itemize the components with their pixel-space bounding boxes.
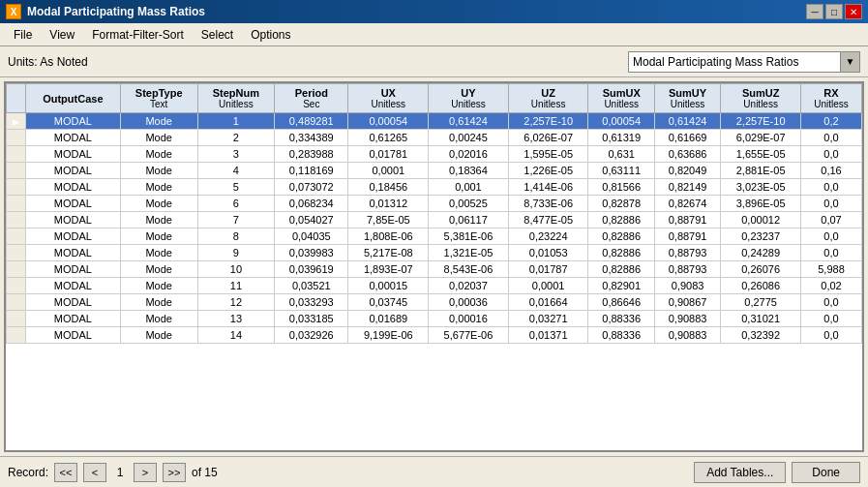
table-cell: Mode (120, 228, 197, 245)
table-scroll[interactable]: OutputCase StepType Text StepNum Unitles… (6, 83, 862, 450)
table-cell: MODAL (26, 146, 121, 163)
table-cell: 0,88336 (588, 311, 654, 327)
table-row: MODALMode50,0730720,184560,0011,414E-060… (7, 179, 862, 196)
table-cell: 0,26076 (721, 261, 801, 278)
dropdown-container: ▼ (628, 51, 860, 73)
menu-options[interactable]: Options (243, 26, 298, 44)
col-header-sumuy: SumUY Unitless (654, 84, 720, 113)
table-cell: 0,01664 (508, 294, 588, 311)
table-cell: 0,86646 (588, 294, 654, 311)
table-wrapper: OutputCase StepType Text StepNum Unitles… (4, 81, 864, 452)
title-bar-left: X Modal Participating Mass Ratios (6, 4, 205, 19)
prev-record-button[interactable]: < (83, 463, 106, 482)
table-cell: MODAL (26, 311, 121, 327)
table-cell: MODAL (26, 261, 121, 278)
table-row: MODALMode120,0332930,037450,000360,01664… (7, 294, 862, 311)
table-cell: 14 (197, 327, 274, 344)
table-row: MODALMode60,0682340,013120,005258,733E-0… (7, 196, 862, 212)
table-cell: Mode (120, 327, 197, 344)
table-cell: Mode (120, 163, 197, 179)
title-bar: X Modal Participating Mass Ratios ─ □ ✕ (0, 0, 868, 23)
table-cell: 0,31021 (721, 311, 801, 327)
table-cell: 3,896E-05 (721, 196, 801, 212)
table-cell: 13 (197, 311, 274, 327)
table-cell: 0,033293 (275, 294, 348, 311)
row-indicator (7, 212, 26, 228)
menu-format-filter-sort[interactable]: Format-Filter-Sort (84, 26, 192, 44)
table-cell: 1,226E-05 (508, 163, 588, 179)
table-cell: 10 (197, 261, 274, 278)
table-cell: 6,026E-07 (508, 130, 588, 146)
table-cell: 5,988 (800, 261, 861, 278)
table-cell: 0,82886 (588, 261, 654, 278)
table-dropdown[interactable] (628, 51, 841, 73)
table-cell: 0,61424 (429, 113, 509, 130)
table-cell: Mode (120, 196, 197, 212)
table-cell: 0,82901 (588, 278, 654, 294)
table-row: MODALMode110,035210,000150,020370,00010,… (7, 278, 862, 294)
menu-select[interactable]: Select (194, 26, 241, 44)
done-button[interactable]: Done (792, 462, 860, 483)
table-cell: 0,489281 (275, 113, 348, 130)
table-cell: 0,001 (429, 179, 509, 196)
last-record-button[interactable]: >> (163, 463, 186, 482)
table-cell: Mode (120, 130, 197, 146)
table-cell: 2,257E-10 (721, 113, 801, 130)
table-cell: 5,677E-06 (429, 327, 509, 344)
table-cell: 0,82886 (588, 245, 654, 261)
dropdown-arrow-icon[interactable]: ▼ (841, 51, 860, 73)
row-indicator (7, 261, 26, 278)
table-cell: 0,0 (800, 130, 861, 146)
table-cell: 0,16 (800, 163, 861, 179)
close-button[interactable]: ✕ (845, 4, 862, 19)
table-cell: 0,23237 (721, 228, 801, 245)
col-header-sumux: SumUX Unitless (588, 84, 654, 113)
col-header-uz: UZ Unitless (508, 84, 588, 113)
table-cell: 0,00054 (588, 113, 654, 130)
table-cell: 0,90867 (654, 294, 720, 311)
table-row: MODALMode130,0331850,016890,000160,03271… (7, 311, 862, 327)
table-cell: 0,26086 (721, 278, 801, 294)
row-indicator (7, 163, 26, 179)
table-cell: 0,90883 (654, 327, 720, 344)
table-cell: 8,543E-06 (429, 261, 509, 278)
record-label: Record: (8, 466, 48, 479)
table-cell: 1,893E-07 (348, 261, 429, 278)
table-cell: 0,04035 (275, 228, 348, 245)
table-cell: 0,283988 (275, 146, 348, 163)
minimize-button[interactable]: ─ (806, 4, 823, 19)
col-header-stepnum: StepNum Unitless (197, 84, 274, 113)
table-cell: 0,033185 (275, 311, 348, 327)
table-cell: 0,90883 (654, 311, 720, 327)
add-tables-button[interactable]: Add Tables... (694, 462, 786, 483)
table-cell: 1,595E-05 (508, 146, 588, 163)
table-cell: Mode (120, 261, 197, 278)
table-cell: 5,381E-06 (429, 228, 509, 245)
table-cell: 3 (197, 146, 274, 163)
row-indicator (7, 179, 26, 196)
table-cell: 0,82886 (588, 228, 654, 245)
main-content: OutputCase StepType Text StepNum Unitles… (0, 77, 868, 456)
table-cell: 0,88793 (654, 245, 720, 261)
row-indicator (7, 311, 26, 327)
total-records: of 15 (192, 466, 218, 479)
first-record-button[interactable]: << (54, 463, 77, 482)
next-record-button[interactable]: > (134, 463, 157, 482)
table-cell: MODAL (26, 228, 121, 245)
table-cell: 2 (197, 130, 274, 146)
table-cell: 6 (197, 196, 274, 212)
row-indicator (7, 146, 26, 163)
table-cell: 0,01312 (348, 196, 429, 212)
row-indicator (7, 245, 26, 261)
table-cell: 0,88336 (588, 327, 654, 344)
table-cell: 9 (197, 245, 274, 261)
row-indicator (7, 113, 26, 130)
status-bar: Record: << < 1 > >> of 15 Add Tables... … (0, 456, 868, 487)
menu-file[interactable]: File (6, 26, 40, 44)
table-cell: 1,808E-06 (348, 228, 429, 245)
menu-view[interactable]: View (42, 26, 82, 44)
maximize-button[interactable]: □ (825, 4, 843, 19)
table-row: MODALMode30,2839880,017810,020161,595E-0… (7, 146, 862, 163)
units-label: Units: As Noted (8, 55, 88, 69)
table-cell: MODAL (26, 113, 121, 130)
